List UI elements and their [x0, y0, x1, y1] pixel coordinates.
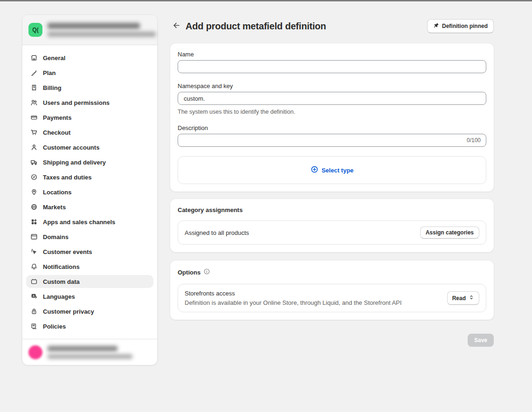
current-user-footer[interactable] — [22, 339, 157, 365]
info-icon[interactable] — [203, 268, 210, 277]
sidebar-item-label: Apps and sales channels — [43, 219, 115, 226]
options-header: Options — [178, 268, 486, 277]
payments-icon — [30, 114, 38, 121]
namespace-label: Namespace and key — [178, 82, 486, 89]
storefronts-access-text: Storefronts access Definition is availab… — [185, 290, 401, 306]
sidebar-item-domains[interactable]: Domains — [26, 230, 153, 243]
user-email-redacted — [48, 354, 132, 359]
name-field-group: Name — [178, 51, 486, 73]
sidebar-item-label: Customer events — [43, 248, 92, 255]
save-button[interactable]: Save — [468, 334, 494, 347]
percent-icon — [30, 173, 38, 181]
globe-icon — [30, 203, 38, 211]
page-title: Add product metafield definition — [186, 21, 326, 32]
store-icon — [30, 54, 38, 62]
plan-icon — [30, 69, 38, 76]
definition-pinned-label: Definition pinned — [442, 23, 488, 29]
storefronts-access-value: Read — [452, 295, 466, 302]
sidebar-item-payments[interactable]: Payments — [26, 111, 153, 124]
definition-form-card: Name Namespace and key The system uses t… — [170, 43, 494, 192]
svg-text:A: A — [33, 295, 35, 297]
sidebar-item-label: Plan — [43, 69, 55, 76]
apps-grid-icon — [30, 218, 38, 226]
sidebar-item-customer-events[interactable]: Customer events — [26, 245, 153, 258]
sidebar-item-markets[interactable]: Markets — [26, 200, 153, 213]
truck-icon — [30, 158, 38, 166]
user-name-redacted — [48, 346, 117, 351]
sidebar-item-label: Taxes and duties — [43, 174, 92, 181]
sidebar-item-label: Checkout — [43, 129, 70, 136]
sidebar-item-checkout[interactable]: Checkout — [26, 126, 153, 139]
custom-data-icon — [30, 278, 38, 285]
settings-sidebar: Q( General Plan $ Billing Users and perm… — [22, 15, 157, 365]
sidebar-item-label: Languages — [43, 293, 75, 300]
select-type-label: Select type — [322, 167, 354, 174]
description-input[interactable] — [178, 134, 486, 147]
storefronts-access-row: Storefronts access Definition is availab… — [178, 284, 486, 312]
storefronts-access-name: Storefronts access — [185, 290, 401, 297]
sidebar-item-label: Shipping and delivery — [43, 159, 106, 166]
sidebar-item-users-permissions[interactable]: Users and permissions — [26, 96, 153, 109]
name-input[interactable] — [178, 60, 486, 73]
sidebar-item-taxes[interactable]: Taxes and duties — [26, 171, 153, 184]
sidebar-item-customer-accounts[interactable]: Customer accounts — [26, 141, 153, 154]
store-url-redacted — [48, 32, 156, 37]
plus-circle-icon — [311, 165, 318, 175]
namespace-key-input[interactable] — [178, 92, 486, 105]
main-content: Add product metafield definition Definit… — [170, 19, 494, 347]
sidebar-item-label: Policies — [43, 323, 66, 330]
sidebar-item-label: General — [43, 55, 65, 62]
svg-text:$: $ — [33, 85, 35, 89]
select-type-container: Select type — [178, 156, 486, 184]
sidebar-item-label: Notifications — [43, 263, 80, 270]
assign-categories-button[interactable]: Assign categories — [420, 227, 479, 239]
sidebar-item-apps-channels[interactable]: Apps and sales channels — [26, 215, 153, 228]
namespace-help-text: The system uses this to identify the def… — [178, 109, 486, 115]
back-button[interactable] — [171, 21, 181, 31]
user-avatar — [28, 345, 42, 359]
sidebar-item-plan[interactable]: Plan — [26, 66, 153, 79]
store-avatar: Q( — [28, 23, 42, 37]
select-type-button[interactable]: Select type — [311, 165, 354, 175]
name-label: Name — [178, 51, 486, 58]
lock-icon — [30, 308, 38, 315]
category-assignments-title: Category assignments — [178, 206, 486, 213]
sidebar-item-customer-privacy[interactable]: Customer privacy — [26, 305, 153, 318]
caret-updown-icon — [469, 294, 474, 302]
definition-pinned-button[interactable]: Definition pinned — [427, 19, 494, 33]
sidebar-item-label: Payments — [43, 114, 71, 121]
billing-icon: $ — [30, 84, 38, 91]
sidebar-item-notifications[interactable]: Notifications — [26, 260, 153, 273]
bell-icon — [30, 263, 38, 270]
user-identity-redacted — [48, 346, 132, 359]
store-name-redacted — [48, 23, 140, 29]
sidebar-item-general[interactable]: General — [26, 51, 153, 64]
translate-icon: A — [30, 293, 38, 300]
category-assignment-row: Assigned to all products Assign categori… — [178, 220, 486, 245]
sidebar-item-label: Customer accounts — [43, 144, 99, 151]
options-title: Options — [178, 269, 200, 276]
admin-top-bar — [0, 0, 532, 1]
sidebar-item-policies[interactable]: Policies — [26, 320, 153, 333]
namespace-field-group: Namespace and key The system uses this t… — [178, 82, 486, 115]
sidebar-item-custom-data[interactable]: Custom data — [26, 275, 153, 288]
storefronts-access-description: Definition is available in your Online S… — [185, 299, 401, 306]
description-field-group: Description 0/100 — [178, 124, 486, 147]
sidebar-item-label: Markets — [43, 204, 66, 211]
page-header: Add product metafield definition Definit… — [170, 19, 494, 34]
sidebar-item-locations[interactable]: Locations — [26, 185, 153, 199]
document-icon — [30, 323, 38, 330]
storefronts-access-select[interactable]: Read — [447, 291, 479, 305]
cart-icon — [30, 129, 38, 136]
sidebar-item-label: Users and permissions — [43, 99, 110, 106]
description-label: Description — [178, 124, 486, 131]
description-input-wrap: 0/100 — [178, 134, 486, 147]
save-row: Save — [170, 334, 494, 347]
store-header: Q( — [22, 15, 157, 45]
sidebar-item-shipping[interactable]: Shipping and delivery — [26, 156, 153, 169]
sidebar-item-billing[interactable]: $ Billing — [26, 81, 153, 94]
sidebar-item-languages[interactable]: A Languages — [26, 290, 153, 303]
sidebar-item-label: Domains — [43, 233, 69, 240]
back-arrow-icon — [173, 21, 180, 31]
sidebar-item-label: Custom data — [43, 278, 80, 285]
